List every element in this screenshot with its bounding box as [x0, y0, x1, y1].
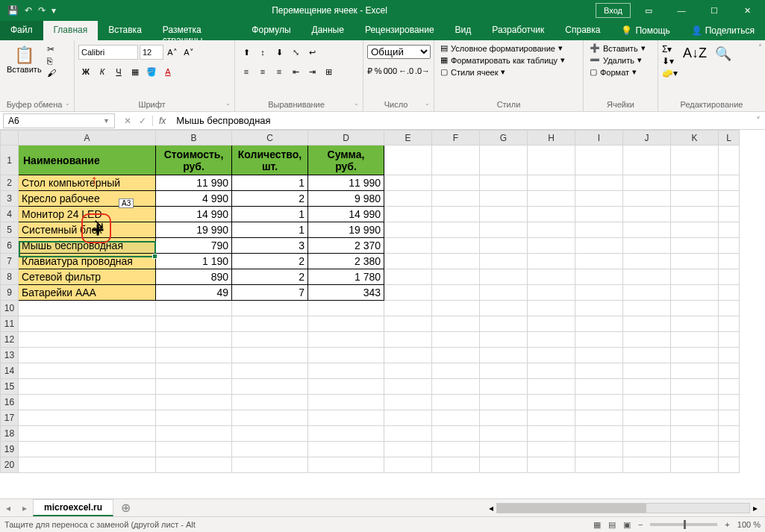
cell[interactable]	[384, 442, 432, 457]
chevron-down-icon[interactable]: ▼	[103, 117, 110, 125]
cell[interactable]	[719, 285, 740, 301]
cell[interactable]	[623, 207, 671, 222]
scroll-left-icon[interactable]: ◂	[489, 503, 493, 513]
cell[interactable]	[623, 301, 671, 316]
paste-button[interactable]: 📋 Вставить	[4, 43, 45, 98]
cell[interactable]	[308, 442, 384, 457]
cell[interactable]	[671, 207, 719, 222]
font-size-input[interactable]	[140, 45, 163, 60]
cell[interactable]	[156, 316, 232, 332]
cell[interactable]	[308, 395, 384, 410]
cell[interactable]	[575, 379, 623, 395]
increase-decimal-icon[interactable]: ←.0	[399, 63, 413, 78]
fill-color-button[interactable]: 🪣	[144, 64, 159, 79]
formula-input[interactable]	[172, 113, 752, 128]
cell[interactable]	[156, 379, 232, 395]
cell[interactable]: 9 980	[308, 191, 384, 207]
row-header[interactable]: 4	[1, 207, 19, 222]
cell[interactable]	[575, 426, 623, 442]
cell[interactable]: Сетевой фильтр	[19, 269, 156, 285]
cut-icon[interactable]: ✂	[47, 44, 56, 54]
cell[interactable]: 890	[156, 269, 232, 285]
cell[interactable]	[384, 269, 432, 285]
cell[interactable]	[480, 457, 528, 473]
cell[interactable]	[384, 457, 432, 473]
delete-cells-button[interactable]: ➖Удалить▾	[587, 54, 648, 66]
underline-button[interactable]: Ч	[111, 64, 126, 79]
cell[interactable]	[384, 254, 432, 269]
col-header[interactable]: H	[528, 131, 575, 145]
zoom-out-icon[interactable]: −	[638, 520, 643, 529]
cell[interactable]	[480, 395, 528, 410]
col-header[interactable]: I	[575, 131, 623, 145]
cell[interactable]	[308, 348, 384, 363]
zoom-in-icon[interactable]: +	[725, 520, 729, 529]
col-header[interactable]: L	[719, 131, 740, 145]
cell[interactable]	[623, 395, 671, 410]
cell[interactable]	[528, 348, 575, 363]
cell[interactable]	[384, 379, 432, 395]
enter-formula-icon[interactable]: ✓	[139, 116, 146, 126]
cell[interactable]	[719, 457, 740, 473]
cell[interactable]: 19 990	[156, 222, 232, 238]
cell[interactable]	[432, 191, 480, 207]
cell[interactable]	[671, 238, 719, 254]
cell[interactable]: 790	[156, 238, 232, 254]
cell[interactable]	[384, 316, 432, 332]
tab-formulas[interactable]: Формулы	[241, 21, 301, 40]
row-header[interactable]: 3	[1, 191, 19, 207]
cell[interactable]	[528, 222, 575, 238]
cell[interactable]: Батарейки AAA	[19, 285, 156, 301]
cell[interactable]	[575, 238, 623, 254]
cell[interactable]	[719, 254, 740, 269]
cell[interactable]	[432, 175, 480, 191]
cell[interactable]	[528, 332, 575, 348]
currency-icon[interactable]: ₽	[367, 63, 373, 78]
cell[interactable]	[232, 457, 308, 473]
scroll-right-icon[interactable]: ▸	[753, 503, 758, 513]
cell[interactable]	[528, 442, 575, 457]
autosum-icon[interactable]: Σ▾	[662, 44, 678, 54]
fx-icon[interactable]: fx	[152, 116, 172, 126]
cell[interactable]	[308, 316, 384, 332]
cell[interactable]	[232, 395, 308, 410]
cell[interactable]	[575, 207, 623, 222]
number-format-select[interactable]: Общий	[367, 45, 431, 59]
cell[interactable]	[19, 363, 156, 379]
cell[interactable]	[432, 348, 480, 363]
cell[interactable]	[528, 269, 575, 285]
cell[interactable]	[575, 222, 623, 238]
find-select-button[interactable]: 🔍	[712, 43, 734, 98]
cell[interactable]	[384, 348, 432, 363]
cell[interactable]	[575, 285, 623, 301]
sort-filter-button[interactable]: A↓Z	[680, 43, 710, 98]
cell[interactable]: 1	[232, 207, 308, 222]
worksheet-grid[interactable]: ABCDEFGHIJKL1НаименованиеСтоимость,руб.К…	[0, 130, 765, 498]
cell[interactable]	[671, 348, 719, 363]
cell[interactable]	[232, 301, 308, 316]
maximize-button[interactable]: ☐	[699, 0, 729, 21]
cell[interactable]	[480, 348, 528, 363]
add-sheet-icon[interactable]: ⊕	[113, 501, 138, 515]
cell[interactable]	[528, 316, 575, 332]
orientation-icon[interactable]: ⤡	[288, 45, 303, 60]
cell[interactable]	[528, 457, 575, 473]
cell[interactable]	[575, 363, 623, 379]
cell[interactable]: 49	[156, 285, 232, 301]
row-header[interactable]: 10	[1, 301, 19, 316]
cell[interactable]	[719, 442, 740, 457]
cell[interactable]	[623, 442, 671, 457]
login-button[interactable]: Вход	[596, 3, 631, 18]
cell[interactable]	[19, 410, 156, 426]
row-header[interactable]: 19	[1, 442, 19, 457]
cell[interactable]	[719, 316, 740, 332]
cell[interactable]	[528, 191, 575, 207]
decrease-font-icon[interactable]: A˅	[181, 45, 196, 60]
cell[interactable]	[480, 191, 528, 207]
cell[interactable]	[232, 426, 308, 442]
qa-customize-icon[interactable]: ▾	[51, 5, 56, 16]
cell[interactable]: Мышь беспроводная	[19, 238, 156, 254]
cell[interactable]	[719, 332, 740, 348]
view-page-icon[interactable]: ▤	[608, 520, 616, 530]
cell[interactable]	[384, 426, 432, 442]
